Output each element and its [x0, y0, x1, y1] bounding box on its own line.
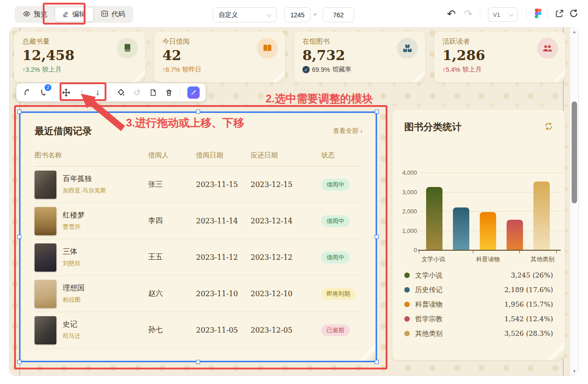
app-window: 预览 编辑 代码 自定义 × ↶ ↷ V1: [0, 0, 588, 384]
view-all-link[interactable]: 查看全部 ›: [333, 127, 362, 135]
book-author: 刘慈欣: [63, 259, 80, 268]
version-select[interactable]: V1: [488, 7, 518, 22]
reset-rotate-icon[interactable]: ↺: [132, 88, 141, 97]
ai-magic-button[interactable]: [187, 86, 200, 99]
stat-delta: ↑3.2%: [22, 66, 40, 73]
canvas-scrollbar[interactable]: ▲ ▼: [570, 28, 578, 375]
book-cover-image: [35, 280, 56, 308]
stat-delta: ↑8.7%: [162, 66, 180, 73]
figma-icon[interactable]: [535, 9, 542, 20]
size-preset-select[interactable]: 自定义: [213, 7, 277, 22]
stat-card-books-in-library[interactable]: 在馆图书 8,732 ✓ 69.9% 馆藏率: [294, 31, 425, 82]
canvas-height-field[interactable]: [322, 7, 354, 22]
column-header: 状态: [321, 151, 362, 160]
boxes-icon: [397, 38, 418, 59]
panel-fold-corner: [358, 343, 376, 361]
scroll-up-arrow-icon[interactable]: ▲: [570, 30, 578, 34]
send-backward-icon[interactable]: 2: [38, 88, 47, 97]
stat-card-active-readers[interactable]: 活跃读者 1,286 ↑5.4%较上月: [434, 31, 565, 82]
book-cover-image: [35, 171, 56, 199]
axis-tick: [519, 251, 520, 253]
stat-card-total-books[interactable]: 总藏书量 12,458 ↑3.2%较上月: [14, 31, 145, 82]
preview-mode-label: 预览: [34, 10, 47, 19]
toolbar-divider: [547, 8, 548, 19]
book-author: 曹雪芹: [63, 223, 85, 231]
move-up-icon[interactable]: ↑: [77, 88, 86, 97]
stat-delta-note: 较上月: [462, 66, 482, 74]
edit-mode-button[interactable]: 编辑: [55, 7, 94, 22]
top-toolbar: 预览 编辑 代码 自定义 × ↶ ↷ V1: [0, 0, 588, 27]
selection-handle[interactable]: [17, 360, 21, 364]
element-edit-toolbar: 2 ↑ ↓ ↺: [16, 83, 206, 101]
chart-legend: 文学小说 3,245 (26%) 历史传记 2,189 (17.6%) 科普读物…: [404, 268, 553, 341]
move-down-icon[interactable]: ↓: [93, 88, 102, 97]
book-title: 理想国: [63, 283, 85, 293]
delete-icon[interactable]: [164, 88, 173, 97]
borrow-date: 2023-11-14: [196, 217, 251, 225]
preview-mode-button[interactable]: 预览: [15, 7, 55, 22]
dimension-times-label: ×: [313, 11, 317, 18]
canvas-height-input[interactable]: [323, 11, 354, 19]
canvas-width-input[interactable]: [285, 11, 310, 19]
stat-delta: 69.9%: [312, 66, 330, 73]
card-fold-corner: [132, 70, 145, 82]
chart-bar: [533, 182, 550, 250]
recent-borrows-panel[interactable]: 最近借阅记录 查看全部 › 图书名称 借阅人 借阅日期 应还日期 状态 百年孤独…: [21, 113, 376, 361]
redo-button[interactable]: ↷: [464, 8, 472, 20]
book-title: 红楼梦: [63, 211, 85, 220]
chart-bars: [420, 172, 556, 250]
due-date: 2023-12-15: [251, 180, 321, 189]
y-tick-label: 2,000: [396, 208, 417, 215]
code-icon: [101, 10, 108, 19]
table-row: 三体 刘慈欣 王五 2023-11-12 2023-12-12 借阅中: [35, 239, 362, 276]
selection-handle[interactable]: [375, 360, 379, 364]
layer-count-badge: 2: [45, 84, 51, 91]
y-tick-label: 3,000: [396, 189, 417, 196]
x-tick-label: 文学小说: [420, 255, 447, 263]
toolbar-divider: [526, 8, 527, 19]
scroll-down-arrow-icon[interactable]: ▼: [570, 369, 578, 374]
selection-handle[interactable]: [196, 110, 200, 114]
size-preset-value: 自定义: [219, 11, 238, 19]
status-badge: 借阅中: [321, 215, 350, 227]
design-canvas: 总藏书量 12,458 ↑3.2%较上月 今日借阅 42 ↑8.7%较昨日 在馆…: [9, 27, 579, 376]
users-icon: [537, 38, 558, 59]
canvas-width-field[interactable]: [284, 7, 311, 22]
duplicate-icon[interactable]: [148, 88, 157, 97]
move-icon[interactable]: [61, 88, 70, 97]
panel-fold-corner: [547, 342, 565, 360]
legend-dot: [404, 316, 410, 322]
toolbar-divider: [54, 88, 55, 97]
selection-handle[interactable]: [375, 235, 379, 239]
selection-handle[interactable]: [17, 235, 21, 239]
category-stats-panel[interactable]: 图书分类统计 4,000 3,000 2,000 1,000 0: [392, 110, 565, 360]
scrollbar-thumb[interactable]: [572, 101, 577, 203]
undo-button[interactable]: ↶: [447, 8, 456, 20]
axis-tick: [556, 251, 557, 253]
borrower-name: 李四: [148, 216, 196, 226]
fill-color-icon[interactable]: [116, 88, 126, 97]
selection-handle[interactable]: [375, 110, 379, 114]
legend-dot: [404, 287, 410, 293]
card-fold-corner: [553, 70, 565, 82]
stat-card-today-borrows[interactable]: 今日借阅 42 ↑8.7%较昨日: [154, 31, 285, 82]
x-tick-label: 其他类别: [529, 255, 556, 263]
status-badge: 借阅中: [321, 179, 350, 191]
borrow-date: 2023-11-15: [196, 180, 251, 189]
bring-forward-icon[interactable]: [22, 88, 31, 97]
book-cover-image: [35, 316, 56, 344]
column-header: 应还日期: [251, 151, 321, 160]
selection-handle[interactable]: [17, 110, 21, 114]
selection-handle[interactable]: [196, 360, 200, 364]
table-row: 红楼梦 曹雪芹 李四 2023-11-14 2023-12-14 借阅中: [35, 203, 362, 239]
refresh-chart-icon[interactable]: [544, 122, 553, 132]
toolbar-divider: [109, 88, 110, 97]
refresh-icon[interactable]: [569, 9, 578, 20]
open-book-icon: [257, 38, 278, 59]
due-date: 2023-12-10: [251, 289, 321, 298]
stat-delta-note: 较上月: [42, 66, 61, 74]
code-mode-button[interactable]: 代码: [94, 7, 132, 22]
pencil-icon: [62, 10, 69, 19]
share-icon[interactable]: [555, 9, 564, 20]
book-cover-image: [35, 207, 56, 235]
